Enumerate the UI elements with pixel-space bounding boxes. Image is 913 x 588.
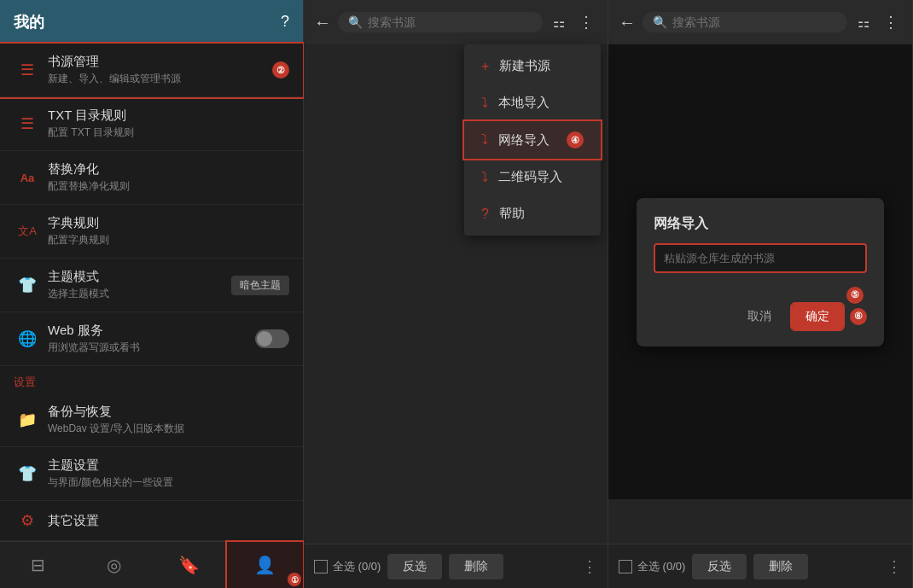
dropdown-qr-import[interactable]: ⤵ 二维码导入 <box>464 159 601 195</box>
web-subtitle: 用浏览器写源或看书 <box>48 341 255 355</box>
panel2-search[interactable]: 🔍 <box>338 12 543 32</box>
help-circle-icon: ? <box>481 207 489 222</box>
panel3-menu-icon[interactable]: ⋮ <box>880 11 902 33</box>
book-source-icon: ☰ <box>14 61 41 79</box>
dropdown-new[interactable]: + 新建书源 <box>464 48 601 84</box>
bookmark-icon: 🔖 <box>178 555 200 575</box>
badge-2: ② <box>272 61 289 79</box>
panel2-dropdown: + 新建书源 ⤵ 本地导入 ⤵ 网络导入 ④ ⤵ 二维码导入 ? 帮助 <box>464 44 601 236</box>
book-source-title: 书源管理 <box>48 54 269 70</box>
new-icon: + <box>481 59 489 74</box>
txt-dir-subtitle: 配置 TXT 目录规则 <box>48 125 289 140</box>
panel3-header-icons: ⚏ ⋮ <box>854 11 902 33</box>
menu-item-book-source[interactable]: ☰ 书源管理 新建、导入、编辑或管理书源 ② <box>0 44 303 97</box>
panel3-footer-more-icon[interactable]: ⋮ <box>887 557 902 576</box>
dialog-url-input[interactable] <box>654 243 867 273</box>
badge-5: ⑤ <box>846 287 864 304</box>
footer-more-icon[interactable]: ⋮ <box>582 557 597 576</box>
panel3-footer: 全选 (0/0) 反选 删除 ⋮ <box>608 544 912 588</box>
dropdown-help[interactable]: ? 帮助 <box>464 195 601 232</box>
panel3-checkbox-icon <box>619 560 632 573</box>
web-icon: 🌐 <box>14 329 41 348</box>
search-icon: 🔍 <box>348 15 363 29</box>
theme-settings-title: 主题设置 <box>48 457 289 474</box>
panel2-footer: 全选 (0/0) 反选 删除 ⋮ <box>304 544 608 588</box>
dropdown-network-import[interactable]: ⤵ 网络导入 ④ <box>464 121 601 159</box>
badge-1: ① <box>288 573 301 586</box>
dialog-confirm-btn[interactable]: 确定 <box>792 304 843 329</box>
theme-settings-icon: 👕 <box>14 464 41 483</box>
panel2-back-icon[interactable]: ← <box>314 13 331 32</box>
menu-item-other[interactable]: ⚙ 其它设置 <box>0 501 303 541</box>
dropdown-local-label: 本地导入 <box>498 95 550 111</box>
replace-title: 替换净化 <box>48 161 289 178</box>
help-icon[interactable]: ? <box>281 13 289 31</box>
menu-item-web[interactable]: 🌐 Web 服务 用浏览器写源或看书 <box>0 312 303 366</box>
select-all-label: 全选 (0/0) <box>333 559 381 574</box>
panel3-search-input[interactable] <box>672 15 837 29</box>
confirm-wrapper: 确定 ⑥ <box>792 304 867 329</box>
web-toggle[interactable] <box>255 329 289 348</box>
panel3-sort-icon[interactable]: ⚏ <box>854 13 873 32</box>
qr-import-icon: ⤵ <box>481 170 488 185</box>
panel-mine: 我的 ? ☰ 书源管理 新建、导入、编辑或管理书源 ② ☰ TXT 目录规则 配… <box>0 0 304 588</box>
nav-bookmark[interactable]: 🔖 <box>152 542 228 588</box>
panel2-menu-icon[interactable]: ⋮ <box>575 11 597 33</box>
theme-badge: 暗色主题 <box>231 276 289 295</box>
panel3-reverse-btn[interactable]: 反选 <box>692 554 747 579</box>
panel-book-source: ← 🔍 ⚏ ⋮ + 新建书源 ⤵ 本地导入 ⤵ 网络导入 ④ ⤵ 二维码导入 <box>304 0 608 588</box>
nav-mine[interactable]: 👤 ① <box>227 542 303 588</box>
theme-mode-icon: 👕 <box>14 276 41 294</box>
panel-network-import: ← 🔍 ⚏ ⋮ 网络导入 ⑤ 取消 确定 ⑥ <box>608 0 913 588</box>
panel3-delete-btn[interactable]: 删除 <box>753 554 808 579</box>
theme-mode-subtitle: 选择主题模式 <box>48 287 231 301</box>
delete-btn[interactable]: 删除 <box>449 554 503 579</box>
checkbox-icon <box>314 560 328 573</box>
panel2-select-all[interactable]: 全选 (0/0) <box>314 559 381 574</box>
menu-item-dict[interactable]: 文A 字典规则 配置字典规则 <box>0 205 303 259</box>
panel3-content: 网络导入 ⑤ 取消 确定 ⑥ <box>608 44 912 544</box>
badge-6: ⑥ <box>850 308 867 325</box>
dropdown-local-import[interactable]: ⤵ 本地导入 <box>464 84 601 121</box>
discover-icon: ◎ <box>107 555 121 575</box>
dialog-title: 网络导入 <box>654 215 867 233</box>
panel3-back-icon[interactable]: ← <box>619 13 636 32</box>
shelf-icon: ⊟ <box>31 555 45 575</box>
nav-shelf[interactable]: ⊟ <box>0 542 76 588</box>
menu-item-backup[interactable]: 📁 备份与恢复 WebDav 设置/导入旧版本数据 <box>0 393 303 447</box>
dropdown-qr-label: 二维码导入 <box>498 169 562 185</box>
txt-dir-icon: ☰ <box>14 114 41 133</box>
panel2-sort-icon[interactable]: ⚏ <box>550 13 568 32</box>
other-icon: ⚙ <box>14 511 41 530</box>
reverse-btn[interactable]: 反选 <box>387 554 442 579</box>
dialog-actions: 取消 确定 ⑥ <box>654 304 867 329</box>
web-title: Web 服务 <box>48 323 255 339</box>
mine-icon: 👤 <box>254 555 276 575</box>
panel1-header: 我的 ? <box>0 0 303 44</box>
menu-item-theme-mode[interactable]: 👕 主题模式 选择主题模式 暗色主题 <box>0 259 303 312</box>
theme-mode-title: 主题模式 <box>48 269 231 285</box>
theme-settings-subtitle: 与界面/颜色相关的一些设置 <box>48 475 289 490</box>
backup-icon: 📁 <box>14 410 41 429</box>
backup-subtitle: WebDav 设置/导入旧版本数据 <box>48 422 289 436</box>
dropdown-new-label: 新建书源 <box>499 58 550 74</box>
panel1-title: 我的 <box>14 12 44 32</box>
settings-label: 设置 <box>0 366 303 393</box>
nav-discover[interactable]: ◎ <box>76 542 152 588</box>
other-title: 其它设置 <box>48 513 289 529</box>
menu-item-replace[interactable]: Aa 替换净化 配置替换净化规则 <box>0 151 303 205</box>
dialog-cancel-btn[interactable]: 取消 <box>737 304 782 329</box>
dropdown-help-label: 帮助 <box>499 206 525 222</box>
txt-dir-title: TXT 目录规则 <box>48 108 289 124</box>
book-source-subtitle: 新建、导入、编辑或管理书源 <box>48 72 269 86</box>
panel2-header-icons: ⚏ ⋮ <box>550 11 597 33</box>
dialog-overlay: 网络导入 ⑤ 取消 确定 ⑥ <box>608 44 912 499</box>
dict-icon: 文A <box>14 224 41 239</box>
backup-title: 备份与恢复 <box>48 404 289 420</box>
search-input[interactable] <box>368 15 532 29</box>
dropdown-network-label: 网络导入 <box>498 132 550 148</box>
menu-item-txt-dir[interactable]: ☰ TXT 目录规则 配置 TXT 目录规则 <box>0 97 303 151</box>
panel3-select-all[interactable]: 全选 (0/0) <box>619 559 685 574</box>
menu-item-theme-settings[interactable]: 👕 主题设置 与界面/颜色相关的一些设置 <box>0 447 303 501</box>
panel3-search[interactable]: 🔍 <box>643 12 847 32</box>
